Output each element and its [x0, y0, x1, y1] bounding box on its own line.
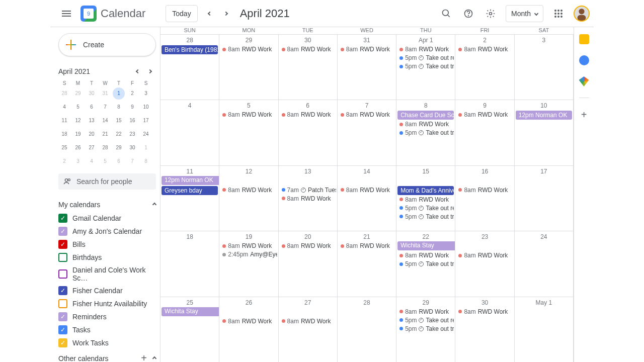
mini-day[interactable]: 26	[72, 142, 84, 154]
day-cell[interactable]: 3	[515, 34, 574, 100]
event[interactable]: 8amRWD Work	[280, 45, 336, 53]
mini-day[interactable]: 1	[113, 87, 125, 100]
calendar-toggle[interactable]: ✓Reminders	[58, 310, 156, 323]
day-cell[interactable]: 24	[515, 231, 574, 296]
today-button[interactable]: Today	[166, 5, 197, 22]
mini-calendar[interactable]: SMTWTFS282930311234567891011121314151617…	[58, 80, 156, 167]
mini-day[interactable]: 17	[140, 115, 152, 127]
addons-plus-icon[interactable]: +	[581, 109, 587, 121]
event[interactable]: 8amRWD Work	[220, 242, 277, 250]
day-cell[interactable]: 17	[515, 165, 574, 231]
day-cell[interactable]: 208amRWD Work	[279, 231, 338, 296]
day-cell[interactable]: 128amRWD Work	[219, 165, 278, 231]
day-cell[interactable]: 298amRWD Work5pmTake out re5pmTake out t…	[396, 297, 455, 362]
day-cell[interactable]: 168amRWD Work	[455, 165, 514, 231]
checkbox[interactable]	[58, 299, 67, 308]
day-cell[interactable]: 4	[160, 100, 219, 165]
day-cell[interactable]: 68amRWD Work	[279, 100, 338, 165]
mini-day[interactable]: 8	[140, 155, 152, 167]
mini-day[interactable]: 29	[113, 142, 125, 154]
event[interactable]: 5pmTake out tr	[397, 62, 454, 70]
apps-grid-icon[interactable]	[548, 4, 569, 24]
mini-day[interactable]: 4	[58, 101, 70, 113]
day-cell[interactable]: May 1	[515, 297, 574, 362]
mini-day[interactable]: 15	[113, 115, 125, 127]
event[interactable]: 5pmTake out re	[397, 204, 454, 212]
event[interactable]: 2:45pmAmy@EyeD	[220, 250, 277, 258]
create-button[interactable]: Create	[58, 33, 156, 56]
search-people-input[interactable]: Search for people	[58, 173, 156, 190]
event[interactable]: 8amRWD Work	[339, 242, 395, 250]
my-calendars-toggle[interactable]: My calendars	[58, 198, 156, 212]
day-cell[interactable]: 137amPatch Tues8amRWD Work	[279, 165, 338, 231]
maps-icon[interactable]	[579, 76, 589, 86]
mini-day[interactable]: 16	[126, 115, 138, 127]
mini-day[interactable]: 31	[99, 87, 111, 100]
mini-day[interactable]: 7	[126, 155, 138, 167]
mini-day[interactable]: 19	[72, 128, 84, 140]
calendar-toggle[interactable]: ✓Fisher Calendar	[58, 284, 156, 297]
mini-day[interactable]: 7	[99, 101, 111, 113]
day-cell[interactable]: 268amRWD Work	[219, 297, 278, 362]
day-cell[interactable]: 15Mom & Dad's Annive8amRWD Work5pmTake o…	[396, 165, 455, 231]
event[interactable]: 8amRWD Work	[397, 120, 454, 128]
day-cell[interactable]: 198amRWD Work2:45pmAmy@EyeD	[219, 231, 278, 296]
day-cell[interactable]: 238amRWD Work	[455, 231, 514, 296]
settings-gear-icon[interactable]	[480, 4, 501, 24]
event[interactable]: 8amRWD Work	[456, 186, 513, 194]
multiday-event[interactable]: Wichita Stay	[397, 241, 455, 250]
mini-day[interactable]: 24	[140, 128, 152, 140]
calendar-toggle[interactable]: Birthdays	[58, 251, 156, 264]
add-calendar-icon[interactable]: +	[138, 352, 150, 362]
mini-day[interactable]: 9	[126, 101, 138, 113]
event[interactable]: 8amRWD Work	[456, 45, 513, 53]
event[interactable]: 8amRWD Work	[220, 317, 277, 325]
event[interactable]: 5pmTake out tr	[397, 325, 454, 333]
month-grid[interactable]: SUNMONTUEWEDTHUFRISAT28Ben's Birthday (1…	[160, 27, 574, 362]
mini-day[interactable]: 5	[99, 155, 111, 167]
mini-day[interactable]: 20	[86, 128, 98, 140]
checkbox[interactable]	[58, 253, 67, 262]
mini-day[interactable]: 4	[86, 155, 98, 167]
day-cell[interactable]: 1012pm Norman OK	[515, 100, 574, 165]
day-cell[interactable]: 218amRWD Work	[338, 231, 396, 296]
account-avatar[interactable]	[574, 6, 590, 22]
mini-day[interactable]: 27	[86, 142, 98, 154]
next-month-button[interactable]	[218, 6, 234, 22]
checkbox[interactable]: ✓	[58, 240, 67, 249]
event[interactable]: 5pmTake out re	[397, 316, 454, 324]
event[interactable]: 8amRWD Work	[456, 308, 513, 316]
checkbox[interactable]: ✓	[58, 338, 67, 347]
multiday-event[interactable]: Wichita Stay	[162, 307, 219, 316]
mini-day[interactable]: 3	[140, 87, 152, 100]
keep-icon[interactable]	[579, 34, 589, 44]
day-cell[interactable]: 78amRWD Work	[338, 100, 396, 165]
calendar-toggle[interactable]: Daniel and Cole's Work Sc…	[58, 264, 156, 284]
mini-day[interactable]: 25	[58, 142, 70, 154]
event[interactable]: 8amRWD Work	[339, 45, 395, 53]
checkbox[interactable]: ✓	[58, 227, 67, 236]
event[interactable]: 8amRWD Work	[339, 111, 395, 119]
day-cell[interactable]: 98amRWD Work	[455, 100, 514, 165]
event[interactable]: 7amPatch Tues	[280, 186, 336, 194]
checkbox[interactable]: ✓	[58, 286, 67, 295]
day-cell[interactable]: 25Wichita Stay	[160, 297, 219, 362]
other-calendars-toggle[interactable]: Other calendars +	[58, 349, 156, 362]
calendar-toggle[interactable]: Fisher Huntz Availability	[58, 297, 156, 310]
mini-next-button[interactable]	[144, 65, 156, 77]
event[interactable]: 8amRWD Work	[280, 111, 336, 119]
mini-day[interactable]: 8	[113, 101, 125, 113]
mini-day[interactable]: 10	[140, 101, 152, 113]
prev-month-button[interactable]	[202, 6, 218, 22]
event[interactable]: 8amRWD Work	[397, 251, 454, 259]
day-cell[interactable]: 58amRWD Work	[219, 100, 278, 165]
mini-day[interactable]: 3	[72, 155, 84, 167]
calendar-toggle[interactable]: ✓Amy & Jon's Calendar	[58, 225, 156, 238]
event[interactable]: 8amRWD Work	[456, 111, 513, 119]
search-icon[interactable]	[436, 4, 456, 24]
event[interactable]: 8amRWD Work	[280, 317, 336, 325]
help-icon[interactable]	[458, 4, 478, 24]
mini-day[interactable]: 12	[72, 115, 84, 127]
event[interactable]: 8amRWD Work	[339, 186, 395, 194]
mini-day[interactable]: 22	[113, 128, 125, 140]
